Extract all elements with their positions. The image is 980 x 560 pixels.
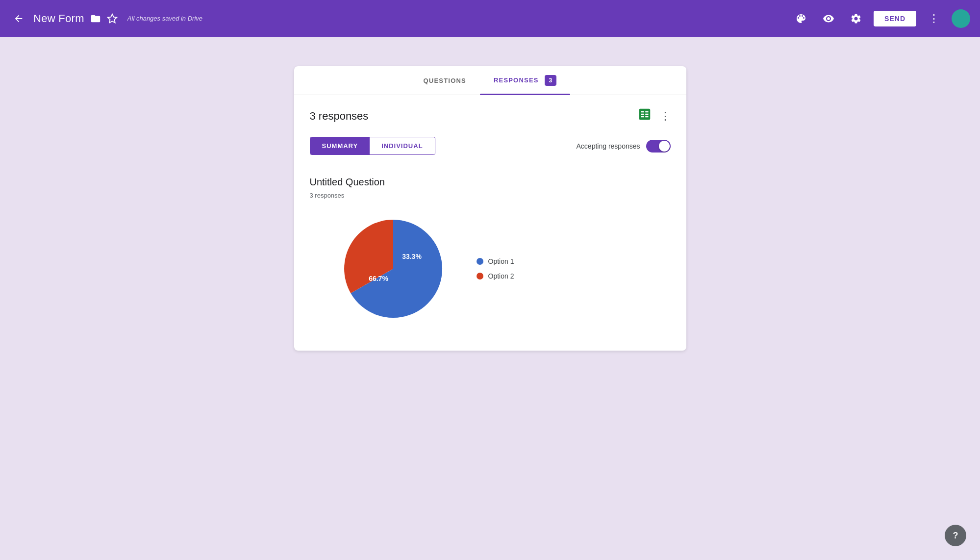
star-icon[interactable] — [107, 13, 118, 24]
legend-dot-option1 — [477, 258, 483, 265]
svg-text:33.3%: 33.3% — [402, 253, 422, 260]
auto-save-label: All changes saved in Drive — [127, 15, 202, 22]
settings-button[interactable] — [846, 9, 866, 28]
sheets-icon[interactable] — [637, 107, 652, 125]
toggle-buttons: SUMMARY INDIVIDUAL — [310, 137, 435, 155]
main-content: QUESTIONS RESPONSES 3 3 responses — [0, 37, 980, 560]
individual-tab-button[interactable]: INDIVIDUAL — [370, 137, 434, 154]
chart-area: 66.7% 33.3% Option 1 Option 2 — [310, 215, 671, 323]
folder-icon[interactable] — [90, 13, 101, 24]
back-button[interactable] — [10, 10, 27, 27]
question-section: Untitled Question 3 responses — [294, 165, 686, 342]
more-button[interactable]: ⋮ — [924, 9, 944, 28]
question-response-count: 3 responses — [310, 192, 671, 199]
response-count-title: 3 responses — [310, 110, 369, 123]
legend-label-option1: Option 1 — [488, 257, 514, 265]
svg-rect-5 — [645, 114, 648, 115]
svg-rect-7 — [645, 116, 648, 118]
svg-text:66.7%: 66.7% — [369, 275, 388, 282]
pie-chart: 66.7% 33.3% — [339, 215, 447, 323]
legend-item-option2: Option 2 — [477, 272, 514, 280]
svg-rect-4 — [641, 114, 644, 115]
chart-legend: Option 1 Option 2 — [477, 257, 514, 280]
svg-rect-1 — [639, 109, 650, 120]
palette-button[interactable] — [791, 9, 811, 28]
response-more-button[interactable]: ⋮ — [660, 110, 671, 123]
legend-label-option2: Option 2 — [488, 272, 514, 280]
form-card: QUESTIONS RESPONSES 3 3 responses — [294, 66, 686, 351]
svg-rect-3 — [645, 111, 648, 113]
question-title: Untitled Question — [310, 177, 671, 188]
tabs-bar: QUESTIONS RESPONSES 3 — [294, 66, 686, 95]
tab-responses[interactable]: RESPONSES 3 — [480, 66, 571, 95]
header-left: New Form All changes saved in Drive — [10, 10, 791, 27]
app-header: New Form All changes saved in Drive SEND… — [0, 0, 980, 37]
accepting-responses-toggle[interactable] — [646, 140, 671, 153]
preview-button[interactable] — [819, 9, 838, 28]
svg-rect-6 — [641, 116, 644, 118]
summary-tab-button[interactable]: SUMMARY — [310, 137, 370, 154]
legend-item-option1: Option 1 — [477, 257, 514, 265]
response-header: 3 responses ⋮ — [294, 95, 686, 133]
help-button[interactable]: ? — [945, 525, 966, 546]
header-right: SEND ⋮ — [791, 9, 970, 28]
tab-questions[interactable]: QUESTIONS — [410, 66, 480, 95]
send-button[interactable]: SEND — [874, 11, 916, 26]
accepting-responses-area: Accepting responses — [577, 140, 671, 153]
svg-marker-0 — [108, 14, 117, 22]
view-toggle: SUMMARY INDIVIDUAL Accepting responses — [294, 133, 686, 165]
svg-rect-2 — [641, 111, 644, 113]
accepting-responses-label: Accepting responses — [577, 142, 640, 150]
legend-dot-option2 — [477, 273, 483, 280]
responses-badge: 3 — [545, 75, 556, 86]
form-title: New Form — [33, 12, 84, 25]
response-header-actions: ⋮ — [637, 107, 671, 125]
avatar[interactable] — [952, 9, 970, 28]
